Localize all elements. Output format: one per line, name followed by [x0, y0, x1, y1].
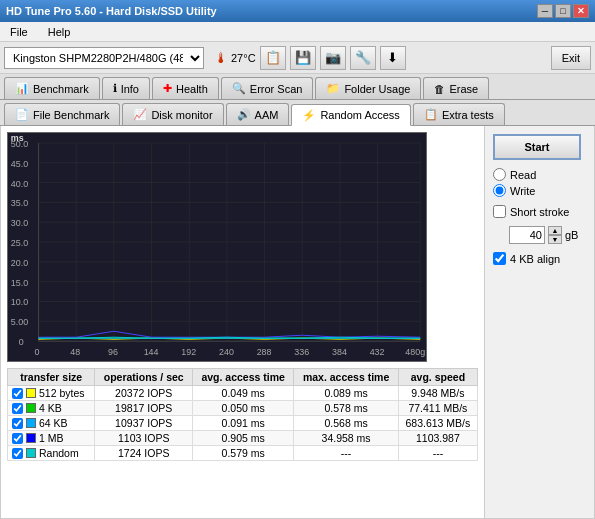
gb-spinner: ▲ ▼: [548, 226, 562, 244]
write-radio[interactable]: [493, 184, 506, 197]
col-header-avg-access: avg. access time: [193, 369, 294, 386]
app-title: HD Tune Pro 5.60 - Hard Disk/SSD Utility: [6, 5, 217, 17]
temperature-value: 27°C: [231, 52, 256, 64]
aam-icon: 🔊: [237, 108, 251, 121]
table-row: 1 MB 1103 IOPS 0.905 ms 34.958 ms 1103.9…: [8, 431, 478, 446]
svg-text:35.0: 35.0: [11, 198, 28, 208]
col-header-max-access: max. access time: [294, 369, 398, 386]
svg-text:ms: ms: [11, 133, 24, 143]
svg-text:48: 48: [70, 347, 80, 357]
align-checkbox[interactable]: [493, 252, 506, 265]
drive-selector[interactable]: Kingston SHPM2280P2H/480G (480 gB): [4, 47, 204, 69]
file-benchmark-icon: 📄: [15, 108, 29, 121]
tab-random-access[interactable]: ⚡ Random Access: [291, 104, 410, 126]
table-row: 64 KB 10937 IOPS 0.091 ms 0.568 ms 683.6…: [8, 416, 478, 431]
cell-avg-speed: 683.613 MB/s: [398, 416, 477, 431]
results-table: transfer size operations / sec avg. acce…: [7, 368, 478, 461]
cell-max-access: 0.578 ms: [294, 401, 398, 416]
cell-avg-access: 0.091 ms: [193, 416, 294, 431]
row-checkbox[interactable]: [12, 448, 23, 459]
side-panel: Start Read Write Short stroke ▲ ▼ gB: [484, 126, 594, 518]
tab-aam[interactable]: 🔊 AAM: [226, 103, 290, 125]
table-row: Random 1724 IOPS 0.579 ms --- ---: [8, 446, 478, 461]
cell-ops: 20372 IOPS: [95, 386, 193, 401]
align-checkbox-row[interactable]: 4 KB align: [493, 252, 586, 265]
cell-label: 4 KB: [8, 401, 95, 416]
cell-ops: 1103 IOPS: [95, 431, 193, 446]
maximize-button[interactable]: □: [555, 4, 571, 18]
row-checkbox[interactable]: [12, 418, 23, 429]
cell-ops: 10937 IOPS: [95, 416, 193, 431]
toolbar-icon-4[interactable]: 🔧: [350, 46, 376, 70]
minimize-button[interactable]: ─: [537, 4, 553, 18]
tab-folder-usage[interactable]: 📁 Folder Usage: [315, 77, 421, 99]
cell-max-access: 0.089 ms: [294, 386, 398, 401]
tab-file-benchmark[interactable]: 📄 File Benchmark: [4, 103, 120, 125]
cell-max-access: 0.568 ms: [294, 416, 398, 431]
tab-row-2: 📄 File Benchmark 📈 Disk monitor 🔊 AAM ⚡ …: [0, 100, 595, 126]
short-stroke-checkbox[interactable]: [493, 205, 506, 218]
svg-text:0: 0: [35, 347, 40, 357]
tab-extra-tests[interactable]: 📋 Extra tests: [413, 103, 505, 125]
svg-text:40.0: 40.0: [11, 179, 28, 189]
cell-max-access: ---: [294, 446, 398, 461]
cell-avg-access: 0.905 ms: [193, 431, 294, 446]
tab-error-scan[interactable]: 🔍 Error Scan: [221, 77, 314, 99]
cell-label: 64 KB: [8, 416, 95, 431]
exit-button[interactable]: Exit: [551, 46, 591, 70]
cell-label: 1 MB: [8, 431, 95, 446]
svg-text:288: 288: [257, 347, 272, 357]
start-button[interactable]: Start: [493, 134, 581, 160]
table-row: 512 bytes 20372 IOPS 0.049 ms 0.089 ms 9…: [8, 386, 478, 401]
tab-erase[interactable]: 🗑 Erase: [423, 77, 489, 99]
svg-text:15.0: 15.0: [11, 278, 28, 288]
gb-value-input[interactable]: [509, 226, 545, 244]
short-stroke-checkbox-row[interactable]: Short stroke: [493, 205, 586, 218]
svg-text:25.0: 25.0: [11, 238, 28, 248]
cell-avg-speed: 77.411 MB/s: [398, 401, 477, 416]
row-checkbox[interactable]: [12, 388, 23, 399]
cell-max-access: 34.958 ms: [294, 431, 398, 446]
col-header-ops: operations / sec: [95, 369, 193, 386]
spin-down-button[interactable]: ▼: [548, 235, 562, 244]
mode-radio-group: Read Write: [493, 168, 586, 197]
benchmark-chart: 50.0 45.0 40.0 35.0 30.0 25.0 20.0 15.0 …: [7, 132, 427, 362]
extra-tests-icon: 📋: [424, 108, 438, 121]
read-radio[interactable]: [493, 168, 506, 181]
tab-benchmark[interactable]: 📊 Benchmark: [4, 77, 100, 99]
svg-text:192: 192: [181, 347, 196, 357]
row-checkbox[interactable]: [12, 433, 23, 444]
disk-monitor-icon: 📈: [133, 108, 147, 121]
tab-health[interactable]: ✚ Health: [152, 77, 219, 99]
svg-text:480gB: 480gB: [405, 347, 427, 357]
svg-text:45.0: 45.0: [11, 159, 28, 169]
cell-avg-access: 0.049 ms: [193, 386, 294, 401]
menu-file[interactable]: File: [6, 24, 32, 40]
toolbar-icon-1[interactable]: 📋: [260, 46, 286, 70]
close-button[interactable]: ✕: [573, 4, 589, 18]
read-radio-label[interactable]: Read: [493, 168, 586, 181]
write-radio-label[interactable]: Write: [493, 184, 586, 197]
svg-text:0: 0: [19, 337, 24, 347]
row-checkbox[interactable]: [12, 403, 23, 414]
toolbar-icon-5[interactable]: ⬇: [380, 46, 406, 70]
menu-bar: File Help: [0, 22, 595, 42]
cell-avg-speed: ---: [398, 446, 477, 461]
menu-help[interactable]: Help: [44, 24, 75, 40]
spin-up-button[interactable]: ▲: [548, 226, 562, 235]
main-content: 50.0 45.0 40.0 35.0 30.0 25.0 20.0 15.0 …: [0, 126, 595, 519]
cell-ops: 1724 IOPS: [95, 446, 193, 461]
tab-disk-monitor[interactable]: 📈 Disk monitor: [122, 103, 223, 125]
table-row: 4 KB 19817 IOPS 0.050 ms 0.578 ms 77.411…: [8, 401, 478, 416]
thermometer-icon: 🌡: [214, 50, 228, 66]
tab-info[interactable]: ℹ Info: [102, 77, 150, 99]
toolbar-icon-2[interactable]: 💾: [290, 46, 316, 70]
cell-avg-access: 0.579 ms: [193, 446, 294, 461]
toolbar-icon-3[interactable]: 📷: [320, 46, 346, 70]
title-bar: HD Tune Pro 5.60 - Hard Disk/SSD Utility…: [0, 0, 595, 22]
temperature-display: 🌡 27°C: [214, 50, 256, 66]
tab-row-1: 📊 Benchmark ℹ Info ✚ Health 🔍 Error Scan…: [0, 74, 595, 100]
svg-text:5.00: 5.00: [11, 317, 28, 327]
chart-area: 50.0 45.0 40.0 35.0 30.0 25.0 20.0 15.0 …: [1, 126, 484, 518]
random-access-icon: ⚡: [302, 109, 316, 122]
